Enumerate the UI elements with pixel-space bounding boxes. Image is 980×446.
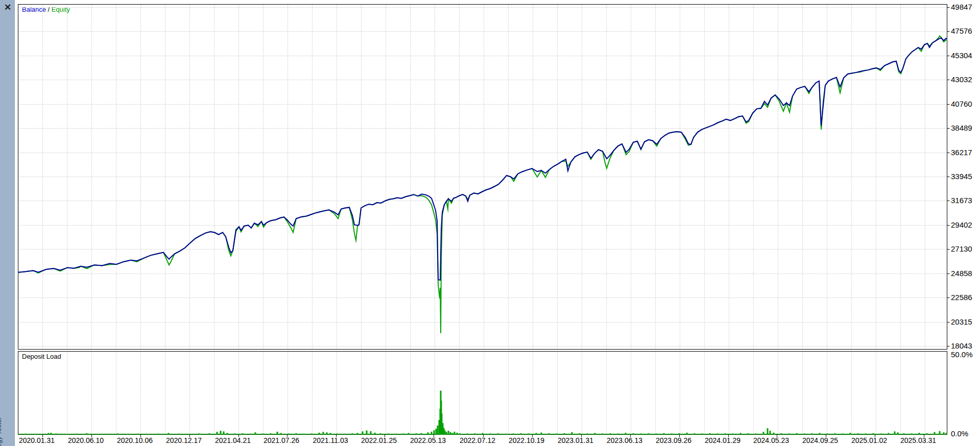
y-axis-label: 33945 bbox=[951, 172, 972, 181]
x-axis-label: 2023.01.31 bbox=[558, 436, 593, 444]
x-axis-label: 2024.01.29 bbox=[705, 436, 740, 444]
y-axis-label: 47576 bbox=[951, 27, 972, 35]
x-axis-label: 2020.10.06 bbox=[117, 436, 153, 444]
x-axis-label: 2023.06.13 bbox=[607, 436, 642, 444]
x-axis-label: 2022.05.13 bbox=[410, 436, 446, 444]
x-axis-label: 2022.07.12 bbox=[460, 436, 495, 444]
y-axis-label: 38489 bbox=[951, 124, 972, 132]
strategy-tester-tab[interactable]: Strategy Tester bbox=[0, 417, 3, 446]
chart-legend: Balance / Equity bbox=[22, 6, 70, 13]
x-axis-label: 2021.11.03 bbox=[313, 436, 348, 444]
x-axis-label: 2021.07.26 bbox=[264, 436, 299, 444]
balance-equity-chart-panel: Balance / Equity bbox=[18, 4, 948, 350]
y-axis-label: 40760 bbox=[951, 100, 972, 108]
x-axis-label: 2025.03.31 bbox=[900, 436, 936, 444]
y-axis-label: 43032 bbox=[951, 76, 972, 84]
x-axis-label: 2024.05.23 bbox=[753, 436, 789, 444]
y-axis-label: 29402 bbox=[951, 221, 972, 229]
close-icon[interactable]: ✕ bbox=[2, 2, 13, 13]
y-axis-label: 27130 bbox=[951, 245, 972, 253]
deposit-min-label: 0.0% bbox=[951, 430, 968, 438]
x-axis-label: 2024.09.25 bbox=[802, 436, 838, 444]
y-axis-label: 36217 bbox=[951, 148, 972, 157]
strategy-tester-graph-window: ✕ Strategy Tester Balance / Equity Depos… bbox=[0, 0, 980, 446]
x-axis-label: 2021.04.21 bbox=[215, 436, 251, 444]
x-axis-label: 2020.06.10 bbox=[68, 436, 104, 444]
x-axis-label: 2020.12.17 bbox=[166, 436, 202, 444]
y-axis-label: 22586 bbox=[951, 293, 972, 302]
x-axis-label: 2025.01.02 bbox=[851, 436, 887, 444]
y-axis-label: 18043 bbox=[951, 342, 972, 350]
x-axis-label: 2020.01.31 bbox=[19, 436, 55, 444]
x-axis-label: 2023.09.26 bbox=[656, 436, 691, 444]
y-axis-label: 20315 bbox=[951, 318, 972, 326]
deposit-load-title: Deposit Load bbox=[22, 353, 61, 360]
x-axis-label: 2022.10.19 bbox=[509, 436, 544, 444]
legend-balance-label: Balance bbox=[22, 6, 46, 13]
y-axis-label: 45304 bbox=[951, 52, 972, 60]
y-axis-label: 24858 bbox=[951, 269, 972, 278]
legend-equity-label: Equity bbox=[52, 6, 70, 13]
legend-separator: / bbox=[48, 6, 50, 13]
y-axis-label: 49847 bbox=[951, 3, 972, 11]
deposit-max-label: 50.0% bbox=[951, 351, 973, 359]
deposit-load-chart-panel: Deposit Load bbox=[18, 351, 948, 435]
y-axis-label: 31673 bbox=[951, 196, 972, 205]
x-axis-label: 2022.01.25 bbox=[361, 436, 397, 444]
strategy-tester-sidebar: ✕ Strategy Tester bbox=[0, 0, 15, 446]
